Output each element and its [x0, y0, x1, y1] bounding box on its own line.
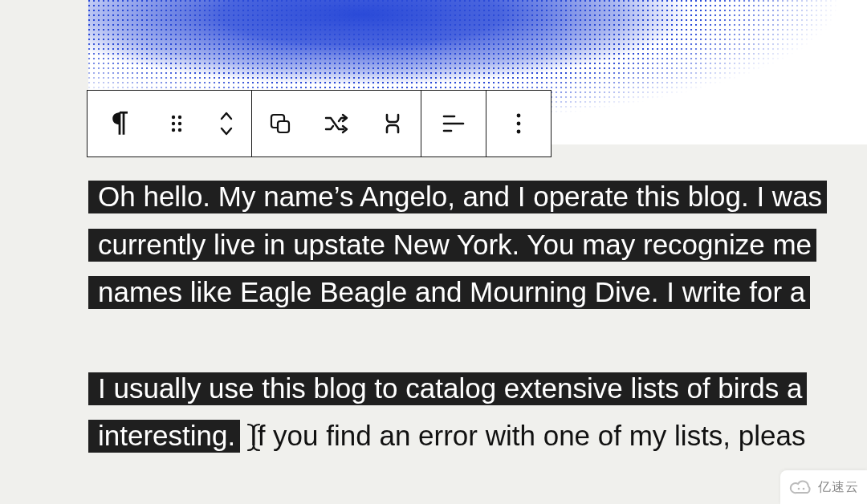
split-icon — [381, 112, 404, 136]
drag-handle-button[interactable] — [152, 91, 201, 156]
svg-point-3 — [178, 122, 181, 125]
text-line[interactable]: names like Eagle Beagle and Mourning Div… — [88, 268, 827, 316]
watermark-badge: 亿速云 — [780, 470, 867, 504]
watermark-label: 亿速云 — [818, 479, 859, 496]
pilcrow-icon — [108, 109, 132, 138]
group-icon — [268, 112, 292, 136]
svg-point-2 — [172, 122, 175, 125]
toolbar-group-transform — [252, 91, 421, 156]
svg-point-12 — [517, 122, 521, 126]
selected-text[interactable]: I usually use this blog to catalog exten… — [88, 372, 807, 405]
shuffle-icon — [324, 112, 349, 135]
paragraph-block[interactable]: Oh hello. My name’s Angelo, and I operat… — [88, 173, 827, 316]
block-toolbar — [87, 90, 552, 157]
svg-point-5 — [178, 128, 181, 132]
split-button[interactable] — [364, 91, 421, 156]
text-line[interactable]: interesting. If you find an error with o… — [88, 412, 827, 460]
cloud-icon — [789, 478, 813, 496]
svg-point-4 — [172, 128, 175, 132]
selected-text[interactable]: Oh hello. My name’s Angelo, and I operat… — [88, 181, 827, 213]
toolbar-group-block — [88, 91, 252, 156]
text-line[interactable]: I usually use this blog to catalog exten… — [88, 364, 827, 413]
selected-text[interactable]: names like Eagle Beagle and Mourning Div… — [88, 276, 810, 309]
move-updown-button[interactable] — [201, 91, 251, 156]
shuffle-button[interactable] — [308, 91, 364, 156]
align-left-icon — [442, 113, 466, 134]
svg-point-0 — [172, 116, 175, 119]
group-button[interactable] — [252, 91, 308, 156]
text-line[interactable]: Oh hello. My name’s Angelo, and I operat… — [88, 173, 827, 221]
svg-point-15 — [797, 488, 800, 490]
unselected-text[interactable]: If you find an error with one of my list… — [240, 420, 805, 451]
align-button[interactable] — [421, 91, 486, 156]
block-type-button[interactable] — [88, 91, 152, 156]
svg-point-16 — [802, 488, 804, 490]
selected-text[interactable]: interesting. — [88, 420, 240, 453]
selected-text[interactable]: currently live in upstate New York. You … — [88, 229, 816, 262]
paragraph-block[interactable]: I usually use this blog to catalog exten… — [88, 364, 827, 460]
more-options-button[interactable] — [486, 91, 551, 156]
toolbar-group-align — [421, 91, 486, 156]
svg-rect-7 — [278, 121, 289, 132]
svg-point-13 — [517, 130, 521, 134]
svg-point-1 — [178, 116, 181, 119]
toolbar-group-more — [486, 91, 551, 156]
drag-handle-icon — [169, 112, 185, 135]
text-line[interactable]: currently live in upstate New York. You … — [88, 221, 827, 269]
svg-point-11 — [517, 114, 521, 118]
more-vertical-icon — [515, 112, 523, 136]
editor-content[interactable]: Oh hello. My name’s Angelo, and I operat… — [88, 173, 827, 504]
chevron-updown-icon — [217, 109, 236, 138]
